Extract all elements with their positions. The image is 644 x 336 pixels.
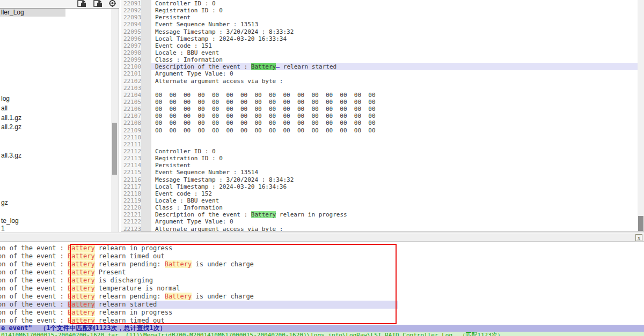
editor-line[interactable]: 22109 00 00 00 00 00 00 00 00 00 00 00 0… <box>121 127 644 134</box>
editor-line[interactable]: 22108 00 00 00 00 00 00 00 00 00 00 00 0… <box>121 120 644 126</box>
editor-line[interactable]: 22103 <box>121 85 644 92</box>
bookmark-margin[interactable] <box>141 42 151 49</box>
bookmark-margin[interactable] <box>141 56 151 63</box>
bookmark-margin[interactable] <box>141 190 151 197</box>
bookmark-margin[interactable] <box>141 7 151 14</box>
bookmark-margin[interactable] <box>141 106 151 113</box>
bookmark-margin[interactable] <box>141 169 151 176</box>
editor-line[interactable]: 22118 Event code : 152 <box>121 190 644 197</box>
editor-line[interactable]: 22094 Event Sequence Number : 13513 <box>121 21 644 28</box>
editor-line[interactable]: 22098 Locale : BBU event <box>121 49 644 56</box>
tree-file-item[interactable]: gz <box>1 199 8 207</box>
bookmark-margin[interactable] <box>141 226 151 233</box>
search-result-row[interactable]: on of the event : Battery relearn starte… <box>0 301 398 309</box>
editor-line[interactable]: 22100 Description of the event : Battery… <box>121 63 644 70</box>
close-icon[interactable]: x <box>635 234 642 241</box>
search-result-row[interactable]: on of the event : Battery temperature is… <box>0 285 644 293</box>
editor-line[interactable]: 22099 Class : Information <box>121 56 644 63</box>
editor-line[interactable]: 22122 Argument Type Value: 0 <box>121 218 644 225</box>
editor-vertical-scrollbar[interactable] <box>638 0 644 232</box>
bookmark-margin[interactable] <box>141 92 151 99</box>
bookmark-margin[interactable] <box>141 120 151 126</box>
bookmark-margin[interactable] <box>141 134 151 141</box>
tree-file-item[interactable]: log <box>1 95 10 103</box>
editor-line[interactable]: 22110 <box>121 134 644 141</box>
tree-file-item[interactable]: all.2.gz <box>1 123 21 131</box>
editor-line[interactable]: 22119 Locale : BBU event <box>121 197 644 204</box>
bookmark-margin[interactable] <box>141 218 151 225</box>
bookmark-margin[interactable] <box>141 155 151 162</box>
editor-line[interactable]: 22092 Registration ID : 0 <box>121 7 644 14</box>
editor-line[interactable]: 22123 Alternate argument access via byte… <box>121 226 644 233</box>
editor-line[interactable]: 22114 Persistent <box>121 162 644 169</box>
bookmark-margin[interactable] <box>141 127 151 134</box>
editor-pane[interactable]: 22091 Controller ID : 0 22092 Registrati… <box>121 0 644 232</box>
line-number: 22121 <box>121 211 141 218</box>
tree-file-item[interactable]: all.3.gz <box>1 152 21 160</box>
search-result-row[interactable]: on of the event : Battery relearn pendin… <box>0 293 644 301</box>
bookmark-margin[interactable] <box>141 211 151 218</box>
tree-file-item[interactable]: all.1.gz <box>1 114 21 122</box>
bookmark-margin[interactable] <box>141 14 151 21</box>
editor-line[interactable]: 22120 Class : Information <box>121 204 644 211</box>
line-text: Controller ID : 0 <box>151 0 638 7</box>
bookmark-margin[interactable] <box>141 197 151 204</box>
editor-line[interactable]: 22095 Message Timestamp : 3/20/2024 ; 8:… <box>121 28 644 35</box>
search-result-row[interactable]: on of the event : Battery relearn timed … <box>0 252 644 260</box>
tree-file-item[interactable]: 1 <box>1 225 5 232</box>
search-result-row[interactable]: on of the event : Battery relearn in pro… <box>0 309 644 317</box>
editor-line[interactable]: 22091 Controller ID : 0 <box>121 0 644 7</box>
editor-line[interactable]: 22101 Argument Type Value: 0 <box>121 70 644 77</box>
bookmark-margin[interactable] <box>141 28 151 35</box>
bookmark-margin[interactable] <box>141 141 151 148</box>
editor-line[interactable]: 22113 Registration ID : 0 <box>121 155 644 162</box>
line-text: Local Timestamp : 2024-03-20 16:33:34 <box>151 35 638 42</box>
search-summary-line[interactable]: e event" （1个文件中匹配到1123次，总计查找1次） <box>0 325 644 332</box>
editor-line[interactable]: 22112 Controller ID : 0 <box>121 148 644 155</box>
bookmark-margin[interactable] <box>141 49 151 56</box>
editor-line[interactable]: 22111 <box>121 141 644 148</box>
tree-vertical-scrollbar[interactable] <box>111 9 118 232</box>
search-result-row[interactable]: on of the event : Battery relearn in pro… <box>0 244 644 252</box>
editor-line[interactable]: 22115 Event Sequence Number : 13514 <box>121 169 644 176</box>
editor-line[interactable]: 22102 Alternate argument access via byte… <box>121 78 644 85</box>
editor-line[interactable]: 22093 Persistent <box>121 14 644 21</box>
bookmark-margin[interactable] <box>141 148 151 155</box>
tree-file-item[interactable]: te_log <box>1 217 19 225</box>
tree-scrollbar-thumb[interactable] <box>112 123 117 175</box>
bookmark-margin[interactable] <box>141 204 151 211</box>
editor-scrollbar-thumb[interactable] <box>638 216 643 231</box>
tree-file-item[interactable]: ller_Log <box>0 9 65 17</box>
search-result-row[interactable]: on of the event : Battery relearn pendin… <box>0 260 644 268</box>
editor-line[interactable]: 22106 00 00 00 00 00 00 00 00 00 00 00 0… <box>121 106 644 113</box>
bookmark-margin[interactable] <box>141 35 151 42</box>
bookmark-margin[interactable] <box>141 0 151 7</box>
bookmark-margin[interactable] <box>141 162 151 169</box>
bookmark-margin[interactable] <box>141 21 151 28</box>
bookmark-margin[interactable] <box>141 63 151 70</box>
search-result-row[interactable]: on of the event : Battery is discharging <box>0 277 644 285</box>
bookmark-margin[interactable] <box>141 113 151 120</box>
bookmark-margin[interactable] <box>141 183 151 190</box>
editor-line[interactable]: 22116 Message Timestamp : 3/20/2024 ; 8:… <box>121 176 644 183</box>
bookmark-margin[interactable] <box>141 78 151 85</box>
locate-target-icon[interactable] <box>108 0 117 6</box>
matched-file-path-line[interactable]: 01410M617000015-20040200-1620.tar (11)\M… <box>0 332 644 336</box>
doc-switch-icon[interactable] <box>77 0 86 6</box>
tree-file-item[interactable]: all <box>1 104 8 113</box>
editor-line[interactable]: 22104 00 00 00 00 00 00 00 00 00 00 00 0… <box>121 92 644 99</box>
editor-line[interactable]: 22121 Description of the event : Battery… <box>121 211 644 218</box>
bookmark-margin[interactable] <box>141 70 151 77</box>
bookmark-margin[interactable] <box>141 85 151 92</box>
editor-line[interactable]: 22117 Local Timestamp : 2024-03-20 16:34… <box>121 183 644 190</box>
editor-line[interactable]: 22107 00 00 00 00 00 00 00 00 00 00 00 0… <box>121 113 644 120</box>
search-result-row[interactable]: on of the event : Battery relearn timed … <box>0 317 644 325</box>
bookmark-margin[interactable] <box>141 176 151 183</box>
match-battery: Battery <box>165 260 192 268</box>
search-result-row[interactable]: on of the event : Battery Present <box>0 268 644 277</box>
bookmark-margin[interactable] <box>141 99 151 106</box>
editor-line[interactable]: 22105 00 00 00 00 00 00 00 00 00 00 00 0… <box>121 99 644 106</box>
editor-line[interactable]: 22097 Event code : 151 <box>121 42 644 49</box>
editor-line[interactable]: 22096 Local Timestamp : 2024-03-20 16:33… <box>121 35 644 42</box>
doc-switch-icon[interactable] <box>93 0 103 6</box>
